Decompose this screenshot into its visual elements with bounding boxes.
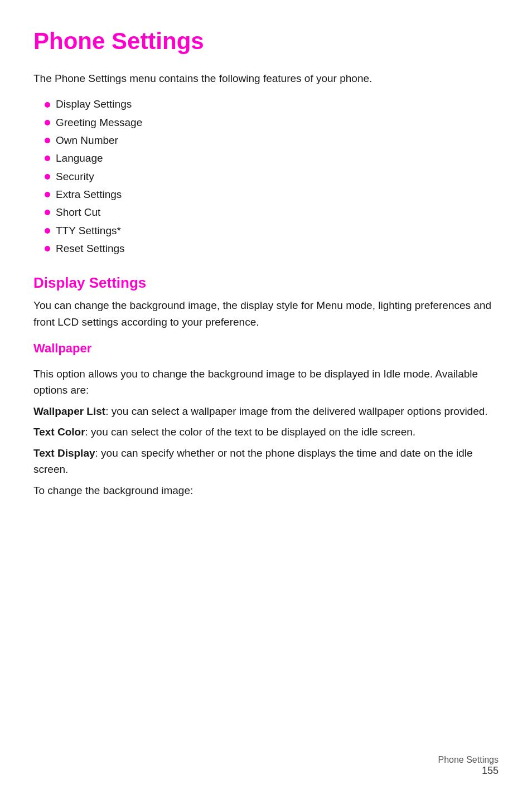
list-item: Own Number xyxy=(45,132,499,149)
list-item-label: Greeting Message xyxy=(56,114,142,132)
list-item: Extra Settings xyxy=(45,186,499,204)
page-title: Phone Settings xyxy=(33,28,499,55)
display-settings-body: You can change the background image, the… xyxy=(33,297,499,330)
wallpaper-footer-text: To change the background image: xyxy=(33,482,499,498)
bullet-dot-icon xyxy=(45,228,50,234)
bullet-dot-icon xyxy=(45,192,50,197)
list-item-label: Reset Settings xyxy=(56,240,125,258)
list-item-label: Security xyxy=(56,168,94,186)
bullet-dot-icon xyxy=(45,120,50,125)
bullet-dot-icon xyxy=(45,102,50,108)
list-item-label: TTY Settings* xyxy=(56,222,121,240)
bullet-dot-icon xyxy=(45,156,50,161)
list-item: Language xyxy=(45,149,499,167)
list-item: Display Settings xyxy=(45,95,499,113)
wallpaper-item: Text Color: you can select the color of … xyxy=(33,424,499,440)
display-settings-section: Display Settings You can change the back… xyxy=(33,274,499,330)
list-item-label: Short Cut xyxy=(56,204,100,221)
display-settings-title: Display Settings xyxy=(33,274,499,292)
list-item-label: Own Number xyxy=(56,132,118,149)
footer-page-number: 155 xyxy=(438,765,499,777)
bullet-dot-icon xyxy=(45,246,50,251)
bullet-dot-icon xyxy=(45,138,50,143)
wallpaper-section: Wallpaper This option allows you to chan… xyxy=(33,341,499,498)
menu-list: Display SettingsGreeting MessageOwn Numb… xyxy=(33,95,499,258)
bullet-dot-icon xyxy=(45,174,50,180)
bullet-dot-icon xyxy=(45,210,50,215)
wallpaper-intro: This option allows you to change the bac… xyxy=(33,366,499,399)
list-item: Greeting Message xyxy=(45,114,499,132)
wallpaper-items: Wallpaper List: you can select a wallpap… xyxy=(33,403,499,478)
list-item-label: Language xyxy=(56,149,103,167)
list-item: Short Cut xyxy=(45,204,499,221)
footer-label: Phone Settings xyxy=(438,755,499,765)
list-item: Reset Settings xyxy=(45,240,499,258)
list-item: Security xyxy=(45,168,499,186)
wallpaper-item: Text Display: you can specify whether or… xyxy=(33,445,499,478)
page-footer: Phone Settings 155 xyxy=(438,755,499,777)
list-item-label: Extra Settings xyxy=(56,186,122,204)
wallpaper-title: Wallpaper xyxy=(33,341,499,356)
intro-paragraph: The Phone Settings menu contains the fol… xyxy=(33,70,499,86)
list-item: TTY Settings* xyxy=(45,222,499,240)
wallpaper-item: Wallpaper List: you can select a wallpap… xyxy=(33,403,499,419)
list-item-label: Display Settings xyxy=(56,95,132,113)
